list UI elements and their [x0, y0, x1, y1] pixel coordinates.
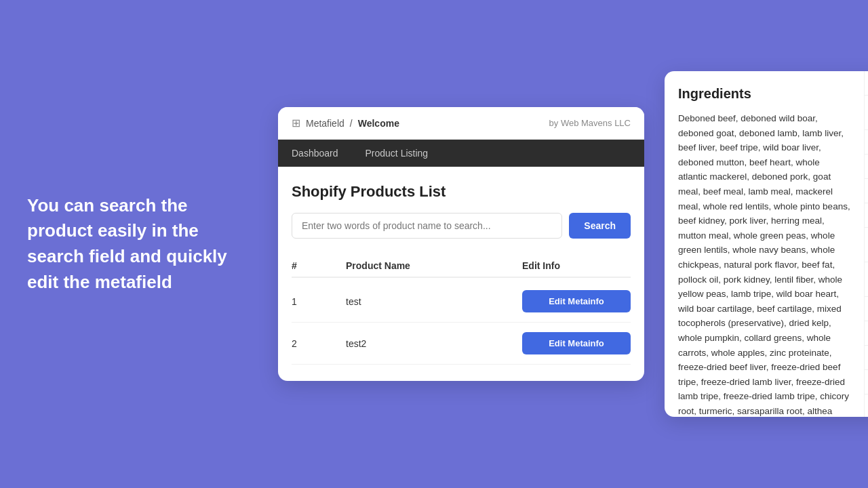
- col-num: #: [292, 260, 346, 271]
- row1-name: test: [346, 296, 522, 307]
- table-row: 1 test Edit Metainfo: [292, 281, 631, 323]
- nav-dashboard[interactable]: Dashboard: [278, 140, 352, 167]
- nutrient-row: Calcium 1.5: [865, 71, 868, 96]
- row1-num: 1: [292, 296, 346, 307]
- nutrient-row: Moisture 12: [865, 321, 868, 346]
- app-header: ⊞ Metafield / Welcome by Web Mavens LLC: [278, 107, 644, 140]
- nutrients-list: Calcium 1.5 Chondroitin Sulphate 400 Mg/…: [865, 71, 868, 417]
- nutrient-row: Eicosapentaenoic Acid Epa 0.2: [865, 262, 868, 297]
- breadcrumb-separator: /: [350, 118, 353, 129]
- ingredients-panel: Ingredients Deboned beef, deboned wild b…: [665, 71, 868, 417]
- hero-text: You can search the product easily in the…: [27, 193, 258, 296]
- nutrient-row: Omega6 Fatty Acids 2: [865, 370, 868, 394]
- nutrient-row: Crude Fat 18: [865, 130, 868, 155]
- table-row: 2 test2 Edit Metainfo: [292, 323, 631, 365]
- nutrient-row: Crude Fiber 4: [865, 155, 868, 179]
- nutrient-row: Omega3 Fatty Acids 1: [865, 346, 868, 370]
- row2-name: test2: [346, 338, 522, 349]
- breadcrumb-prefix: Metafield: [306, 118, 344, 129]
- col-name: Product Name: [346, 260, 522, 271]
- ingredients-text: Deboned beef, deboned wild boar, deboned…: [678, 111, 850, 417]
- nutrient-row: Phosphorus 1.1: [865, 394, 868, 417]
- breadcrumb: ⊞ Metafield / Welcome: [292, 117, 399, 129]
- ingredients-title: Ingredients: [678, 86, 850, 102]
- nutrient-row: Chondroitin Sulphate 400 Mg/k: [865, 96, 868, 130]
- search-button[interactable]: Search: [569, 213, 631, 239]
- app-body: Shopify Products List Search # Product N…: [278, 167, 644, 381]
- products-table: # Product Name Edit Info 1 test Edit Met…: [292, 255, 631, 365]
- app-card: ⊞ Metafield / Welcome by Web Mavens LLC …: [278, 107, 644, 381]
- nav-product-listing[interactable]: Product Listing: [352, 140, 442, 167]
- ingredients-left: Ingredients Deboned beef, deboned wild b…: [665, 71, 865, 417]
- col-edit: Edit Info: [522, 260, 631, 271]
- breadcrumb-current: Welcome: [358, 118, 399, 129]
- by-text: by Web Mavens LLC: [549, 118, 631, 128]
- main-layout: You can search the product easily in the…: [0, 0, 868, 488]
- nutrient-row: Dietary Starch 16: [865, 203, 868, 228]
- row2-edit-button[interactable]: Edit Metainfo: [522, 332, 631, 354]
- app-nav: Dashboard Product Listing: [278, 140, 644, 167]
- row2-num: 2: [292, 338, 346, 349]
- table-header: # Product Name Edit Info: [292, 255, 631, 278]
- nutrient-row: Glucosamine 400 Mg/k: [865, 297, 868, 321]
- nutrient-row: Docosahexaenoic Acid Dha 0.2: [865, 228, 868, 262]
- search-row: Search: [292, 213, 631, 239]
- row1-edit-button[interactable]: Edit Metainfo: [522, 290, 631, 312]
- grid-icon: ⊞: [292, 117, 300, 129]
- page-title: Shopify Products List: [292, 183, 631, 201]
- nutrient-row: Crude Protein 38: [865, 179, 868, 203]
- search-input[interactable]: [292, 213, 562, 239]
